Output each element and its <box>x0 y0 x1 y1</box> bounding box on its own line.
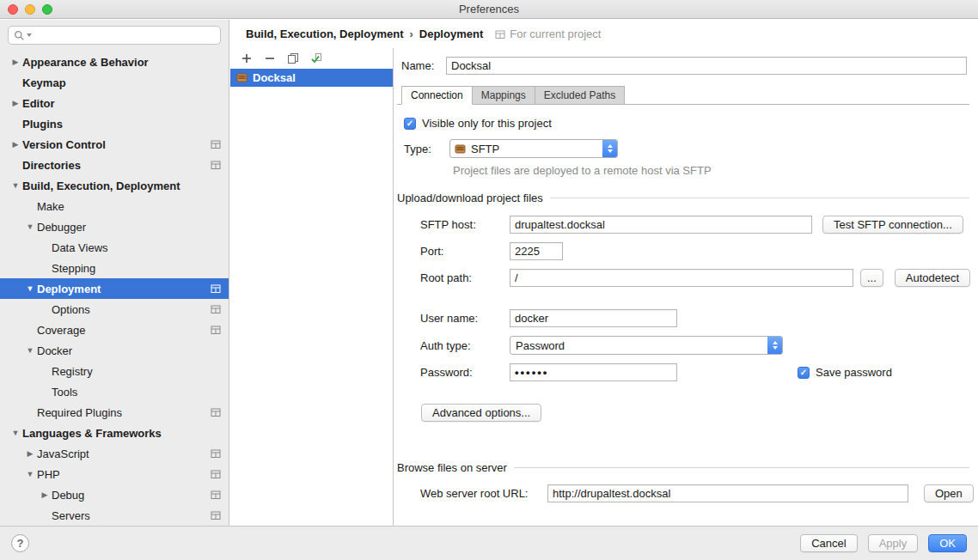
open-button[interactable]: Open <box>924 484 974 502</box>
chevron-down-icon[interactable]: ▼ <box>23 346 37 355</box>
password-input[interactable] <box>510 363 677 381</box>
sidebar-item-stepping[interactable]: Stepping <box>0 258 229 278</box>
sidebar-item-label: Registry <box>52 365 93 378</box>
advanced-options-button[interactable]: Advanced options... <box>421 404 541 422</box>
chevron-right-icon[interactable]: ▶ <box>38 490 52 499</box>
server-icon <box>236 72 248 83</box>
visible-only-checkbox[interactable] <box>404 118 416 130</box>
test-sftp-connection-button[interactable]: Test SFTP connection... <box>822 216 963 234</box>
chevron-right-icon[interactable]: ▶ <box>23 449 37 458</box>
settings-search-input[interactable] <box>35 29 215 42</box>
deployment-form: Name: ConnectionMappingsExcluded Paths V… <box>394 48 978 526</box>
chevron-right-icon[interactable]: ▶ <box>9 140 22 149</box>
sidebar-item-options[interactable]: Options <box>0 299 229 320</box>
chevron-down-icon[interactable]: ▼ <box>23 470 37 478</box>
cancel-button[interactable]: Cancel <box>800 534 857 552</box>
chevron-down-icon[interactable]: ▼ <box>9 181 22 190</box>
port-input[interactable] <box>510 242 563 260</box>
chevron-down-icon[interactable]: ▼ <box>23 222 37 231</box>
sidebar-item-version-control[interactable]: ▶Version Control <box>0 134 229 155</box>
name-label: Name: <box>401 59 446 72</box>
project-level-icon <box>211 283 221 294</box>
sidebar-item-label: Editor <box>22 97 55 110</box>
breadcrumb-separator-icon: › <box>409 27 413 40</box>
tab-excluded-paths[interactable]: Excluded Paths <box>535 86 625 105</box>
chevron-down-icon[interactable]: ▼ <box>9 429 22 437</box>
sidebar-item-keymap[interactable]: Keymap <box>0 72 229 93</box>
name-input[interactable] <box>446 57 967 75</box>
save-password-checkbox[interactable] <box>798 367 810 379</box>
project-level-icon <box>211 448 221 459</box>
sidebar-item-tools[interactable]: Tools <box>0 381 229 402</box>
sidebar-item-languages-frameworks[interactable]: ▼Languages & Frameworks <box>0 423 229 443</box>
sidebar-item-label: Debug <box>52 489 84 502</box>
sidebar-item-plugins[interactable]: Plugins <box>0 113 229 134</box>
sidebar-item-data-views[interactable]: Data Views <box>0 237 229 258</box>
breadcrumb-page: Deployment <box>419 27 483 40</box>
sidebar-item-required-plugins[interactable]: Required Plugins <box>0 402 229 423</box>
browse-section-header: Browse files on server <box>397 461 969 474</box>
chevron-right-icon[interactable]: ▶ <box>9 58 22 66</box>
settings-search-box[interactable] <box>8 26 221 45</box>
sidebar-item-build-execution-deployment[interactable]: ▼Build, Execution, Deployment <box>0 175 229 196</box>
sidebar-item-editor[interactable]: ▶Editor <box>0 93 229 113</box>
sidebar-item-docker[interactable]: ▼Docker <box>0 340 229 361</box>
preferences-window: Preferences ▶Appearance & BehaviorKeymap… <box>0 0 978 560</box>
autodetect-button[interactable]: Autodetect <box>895 269 970 287</box>
server-list-item-docksal[interactable]: Docksal <box>230 69 393 87</box>
project-level-icon <box>211 139 221 149</box>
sidebar-item-label: Build, Execution, Deployment <box>22 180 180 192</box>
user-name-input[interactable] <box>510 309 677 327</box>
auth-type-select[interactable]: Password <box>510 336 783 355</box>
remove-server-button[interactable] <box>263 52 277 65</box>
apply-button[interactable]: Apply <box>868 534 919 552</box>
sidebar-item-label: Coverage <box>37 324 85 337</box>
tab-mappings[interactable]: Mappings <box>473 86 535 105</box>
chevron-down-icon[interactable]: ▼ <box>23 284 37 293</box>
tab-connection[interactable]: Connection <box>401 86 473 105</box>
use-as-default-check-icon <box>310 52 322 64</box>
sidebar-item-javascript[interactable]: ▶JavaScript <box>0 443 229 464</box>
web-root-input[interactable] <box>547 484 908 502</box>
sidebar-item-label: Keymap <box>22 76 66 89</box>
breadcrumb-section[interactable]: Build, Execution, Deployment <box>246 27 403 40</box>
sidebar-item-label: Servers <box>52 509 90 522</box>
use-as-default-button[interactable] <box>309 52 323 65</box>
add-server-button[interactable] <box>240 52 254 65</box>
sidebar-item-php[interactable]: ▼PHP <box>0 464 229 484</box>
settings-sidebar: ▶Appearance & BehaviorKeymap▶EditorPlugi… <box>0 20 229 526</box>
web-root-label: Web server root URL: <box>420 487 547 500</box>
sidebar-item-appearance-behavior[interactable]: ▶Appearance & Behavior <box>0 52 229 72</box>
sidebar-item-deployment[interactable]: ▼Deployment <box>0 278 229 299</box>
sidebar-item-label: Deployment <box>37 283 101 295</box>
sidebar-item-make[interactable]: Make <box>0 196 229 216</box>
type-help-text: Project files are deployed to a remote h… <box>453 164 969 177</box>
sidebar-item-debugger[interactable]: ▼Debugger <box>0 216 229 237</box>
root-path-input[interactable] <box>510 269 853 287</box>
sidebar-item-label: Directories <box>22 159 81 172</box>
project-level-icon <box>211 490 221 500</box>
sidebar-item-coverage[interactable]: Coverage <box>0 320 229 340</box>
port-label: Port: <box>420 245 510 258</box>
browse-root-path-button[interactable]: ... <box>860 269 883 287</box>
sftp-host-label: SFTP host: <box>420 218 510 231</box>
sidebar-item-label: Version Control <box>22 138 106 151</box>
sidebar-item-servers[interactable]: Servers <box>0 505 229 526</box>
type-select[interactable]: SFTP <box>449 139 618 158</box>
search-icon <box>14 30 25 41</box>
type-select-value: SFTP <box>471 143 602 155</box>
sidebar-item-label: Plugins <box>22 118 63 131</box>
chevron-right-icon[interactable]: ▶ <box>9 99 22 107</box>
help-button[interactable]: ? <box>11 534 29 552</box>
sidebar-item-debug[interactable]: ▶Debug <box>0 484 229 505</box>
type-label: Type: <box>404 143 449 155</box>
sftp-host-input[interactable] <box>510 216 812 234</box>
sidebar-item-label: PHP <box>37 468 60 481</box>
sidebar-item-directories[interactable]: Directories <box>0 155 229 175</box>
ok-button[interactable]: OK <box>928 534 967 552</box>
sidebar-item-label: Languages & Frameworks <box>22 427 162 440</box>
upload-section-header: Upload/download project files <box>397 192 969 204</box>
sidebar-item-registry[interactable]: Registry <box>0 361 229 381</box>
copy-server-button[interactable] <box>286 52 300 65</box>
sidebar-item-label: JavaScript <box>37 447 89 460</box>
